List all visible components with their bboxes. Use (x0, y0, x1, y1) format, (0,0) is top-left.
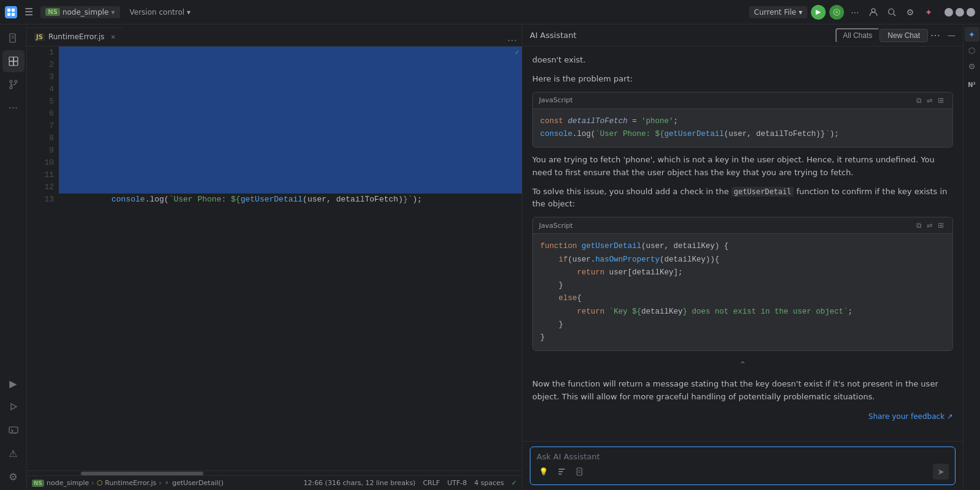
svg-point-17 (10, 86, 12, 89)
breadcrumb-sep1: › (91, 479, 94, 487)
rp-badge: N² (965, 77, 979, 92)
tab-filename: RuntimeError.js (48, 32, 105, 41)
activity-settings-icon[interactable]: ⚙ (2, 466, 24, 488)
run-button[interactable]: ▶ (811, 5, 826, 20)
ai-assistant-icon[interactable]: ✦ (921, 5, 936, 20)
rp-plugin-icon[interactable]: ⬡ (965, 43, 979, 58)
breadcrumb-project-badge: NS (32, 480, 44, 487)
ai-panel-header: AI Assistant All Chats New Chat ⋯ — (522, 24, 963, 47)
breadcrumb-method: getUserDetail() (172, 479, 224, 487)
ai-code-copy-icon-2[interactable]: ⧉ (914, 220, 924, 231)
rp-settings-icon[interactable]: ⚙ (965, 59, 979, 74)
project-name: node_simple (62, 8, 109, 17)
project-selector[interactable]: NS node_simple ▾ (40, 6, 119, 18)
line-num-6: 6 (29, 108, 54, 120)
ai-messages[interactable]: doesn't exist. Here is the problem part:… (522, 47, 963, 441)
ai-panel: AI Assistant All Chats New Chat ⋯ — does… (522, 24, 963, 490)
ai-code-lang-2: JavaScript (539, 222, 914, 230)
editor-tab-runtimeerror[interactable]: JS RuntimeError.js ✕ (27, 28, 124, 46)
ai-code-insert-icon-1[interactable]: ⊞ (935, 95, 946, 106)
settings-icon[interactable]: ⚙ (903, 5, 918, 20)
code-editor[interactable]: 1 2 3 4 5 6 7 8 9 10 11 12 13 function g… (27, 47, 522, 470)
activity-run-icon[interactable]: ▶ (2, 372, 24, 394)
activity-files-icon[interactable] (2, 27, 24, 49)
search-icon[interactable] (884, 5, 899, 20)
svg-rect-21 (9, 427, 18, 433)
minimize-button[interactable] (944, 8, 953, 17)
ai-input-context-icon[interactable] (555, 465, 568, 478)
line-num-1: 1 (29, 47, 54, 59)
main-layout: ··· ▶ ⚠ ⚙ JS RuntimeError.js ✕ ⋯ 1 2 3 (0, 24, 980, 490)
editor-tab-menu-icon[interactable]: ⋯ (502, 34, 522, 46)
line-num-7: 7 (29, 120, 54, 132)
ai-menu-icon[interactable]: ⋯ (928, 28, 943, 42)
breadcrumb-file: RuntimeError.js (105, 479, 156, 487)
maximize-button[interactable] (956, 8, 964, 17)
activity-git-icon[interactable] (2, 74, 24, 96)
ai-input-lightbulb-icon[interactable]: 💡 (537, 465, 550, 478)
svg-rect-14 (9, 61, 13, 66)
ai-explanation-1: You are trying to fetch 'phone', which i… (532, 154, 953, 179)
version-control-btn[interactable]: Version control ▾ (125, 6, 196, 18)
profile-icon[interactable] (866, 5, 881, 20)
more-options-icon[interactable]: ⋯ (848, 5, 862, 20)
top-bar-right: Current File ▾ ▶ ⋯ ⚙ ✦ (749, 5, 975, 20)
svg-line-8 (894, 13, 896, 16)
code-line-13 (59, 194, 522, 206)
code-lines[interactable]: function getUserDetail(user, detailKey) … (59, 47, 522, 470)
ai-conclusion: Now the function will return a message s… (532, 378, 953, 404)
all-chats-button[interactable]: All Chats (835, 28, 880, 43)
collapse-arrow[interactable]: ⌃ (532, 357, 953, 372)
ai-send-button[interactable]: ➤ (933, 464, 949, 480)
file-selector[interactable]: Current File ▾ (749, 6, 807, 18)
ai-minimize-icon[interactable]: — (948, 31, 956, 40)
ai-code-header-1: JavaScript ⧉ ⇌ ⊞ (533, 92, 952, 109)
activity-bar: ··· ▶ ⚠ ⚙ (0, 24, 27, 490)
code-line-12: console.log(`User Phone: ${getUserDetail… (59, 181, 522, 194)
activity-explorer-icon[interactable] (2, 50, 24, 72)
status-crlf: CRLF (423, 479, 440, 487)
menu-icon[interactable]: ☰ (22, 5, 36, 19)
svg-rect-3 (12, 13, 15, 16)
ai-feedback[interactable]: Share your feedback ↗ (532, 410, 953, 423)
ai-input-box[interactable]: Ask AI Assistant 💡 ➤ (530, 447, 956, 485)
activity-more-icon[interactable]: ··· (2, 97, 24, 119)
rp-ai-icon[interactable]: ✦ (965, 27, 979, 42)
ai-code-wrap-icon-1[interactable]: ⇌ (924, 95, 935, 106)
file-selector-label: Current File (754, 8, 796, 17)
status-position: 12:66 (316 chars, 12 line breaks) (303, 479, 415, 487)
debug-button[interactable] (829, 5, 844, 20)
ai-code-insert-icon-2[interactable]: ⊞ (935, 220, 946, 231)
ai-explanation-2-text: To solve this issue, you should add a ch… (532, 187, 729, 196)
status-indent: 4 spaces (474, 479, 504, 487)
editor-area: JS RuntimeError.js ✕ ⋯ 1 2 3 4 5 6 7 8 9… (27, 24, 522, 490)
ai-input-area: Ask AI Assistant 💡 ➤ (522, 441, 963, 490)
ai-code-wrap-icon-2[interactable]: ⇌ (924, 220, 935, 231)
line-num-8: 8 (29, 132, 54, 145)
new-chat-button[interactable]: New Chat (880, 29, 928, 42)
code-line-10 (59, 157, 522, 169)
version-control-chevron: ▾ (187, 8, 190, 17)
activity-problems-icon[interactable]: ⚠ (2, 442, 24, 464)
project-badge: NS (45, 8, 60, 16)
line-num-3: 3 (29, 71, 54, 83)
ai-code-body-1: const detailToFetch = 'phone'; console.l… (533, 109, 952, 148)
activity-debug-icon[interactable] (2, 396, 24, 418)
code-line-7: name: 'Alice', (59, 120, 522, 132)
code-line-8: email: 'alice@example.com' (59, 132, 522, 145)
right-side-panel: ✦ ⬡ ⚙ N² (963, 24, 980, 490)
ai-input-file-icon[interactable] (573, 465, 587, 478)
horizontal-scrollbar[interactable] (27, 470, 522, 475)
svg-point-6 (872, 9, 875, 12)
ai-code-body-2: function getUserDetail(user, detailKey) … (533, 234, 952, 350)
ai-code-copy-icon-1[interactable]: ⧉ (914, 95, 924, 106)
activity-terminal-icon[interactable] (2, 419, 24, 441)
tab-close-icon[interactable]: ✕ (111, 34, 116, 40)
svg-point-5 (835, 11, 838, 13)
svg-rect-1 (12, 9, 15, 12)
breadcrumb-file-icon: ⬡ (97, 479, 103, 487)
code-line-1: function getUserDetail(user, detailKey) … (59, 47, 522, 59)
editor-tabs: JS RuntimeError.js ✕ ⋯ (27, 24, 522, 47)
close-button[interactable] (967, 8, 975, 17)
line-num-11: 11 (29, 169, 54, 181)
